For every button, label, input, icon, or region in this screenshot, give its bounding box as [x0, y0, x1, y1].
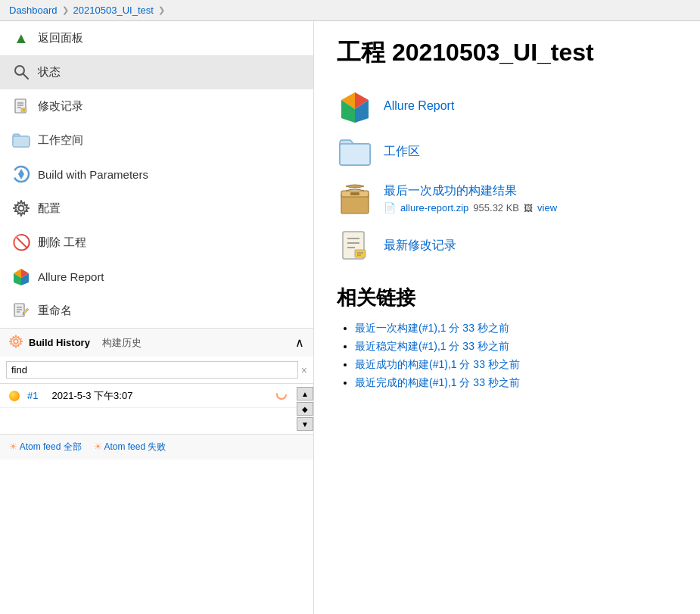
atom-icon-fail: ☀ — [94, 441, 102, 452]
build-history-header: Build History 构建历史 ∧ — [0, 328, 313, 357]
search-clear-button[interactable]: × — [301, 364, 307, 376]
svg-point-0 — [15, 66, 24, 75]
gear-sidebar-icon — [12, 199, 30, 217]
related-link-1[interactable]: 最近稳定构建(#1),1 分 33 秒之前 — [355, 340, 509, 352]
build-items-list: #1 2021-5-3 下午3:07 — [0, 384, 297, 434]
sidebar-item-workspace[interactable]: 工作空间 — [0, 123, 313, 157]
sidebar-item-build-params-label: Build with Parameters — [38, 168, 148, 181]
feature-changes-log: 最新修改记录 — [337, 227, 677, 263]
archive-file-link[interactable]: allure-report.zip — [400, 202, 468, 213]
atom-fail-link[interactable]: Atom feed 失败 — [104, 441, 166, 452]
scroll-up-button[interactable]: ▲ — [297, 387, 313, 401]
feature-allure-report: Allure Report — [337, 88, 677, 124]
list-item: 最近一次构建(#1),1 分 33 秒之前 — [355, 322, 677, 335]
related-link-0[interactable]: 最近一次构建(#1),1 分 33 秒之前 — [355, 322, 509, 334]
build-item: #1 2021-5-3 下午3:07 — [0, 384, 297, 408]
build-history-zh: 构建历史 — [102, 336, 142, 350]
breadcrumb-sep2: ❯ — [158, 5, 165, 15]
last-build-link[interactable]: 最后一次成功的构建结果 — [384, 183, 557, 199]
breadcrumb-dashboard[interactable]: Dashboard — [9, 5, 58, 16]
workspace-icon — [337, 133, 373, 170]
archive-thumbnail: 🖼 — [524, 203, 533, 213]
sidebar-footer: ☀ Atom feed 全部 ☀ Atom feed 失败 — [0, 434, 313, 460]
sidebar-item-rename-label: 重命名 — [38, 304, 72, 318]
sidebar-item-config[interactable]: 配置 — [0, 192, 313, 226]
sidebar-item-back[interactable]: ▲ 返回面板 — [0, 21, 313, 55]
related-links-title: 相关链接 — [337, 285, 677, 311]
related-links-list: 最近一次构建(#1),1 分 33 秒之前 最近稳定构建(#1),1 分 33 … — [337, 322, 677, 390]
scroll-arrows: ▲ ◆ ▼ — [297, 384, 313, 434]
build-search-input[interactable] — [6, 361, 298, 379]
archive-file-size: 955.32 KB — [473, 202, 519, 213]
folder-sidebar-icon — [12, 131, 30, 149]
archive-details: 最后一次成功的构建结果 📄 allure-report.zip 955.32 K… — [384, 183, 557, 213]
list-item: 最近稳定构建(#1),1 分 33 秒之前 — [355, 340, 677, 354]
sidebar-item-delete[interactable]: 🚫 删除 工程 — [0, 226, 313, 260]
allure-report-link[interactable]: Allure Report — [384, 99, 454, 113]
sidebar-item-status[interactable]: 状态 — [0, 55, 313, 89]
main-layout: ▲ 返回面板 状态 — [0, 21, 700, 614]
svg-marker-10 — [18, 169, 24, 179]
archive-icon — [337, 182, 373, 218]
sidebar-item-workspace-label: 工作空间 — [38, 133, 83, 148]
sidebar-item-changes-label: 修改记录 — [38, 99, 83, 114]
svg-point-18 — [277, 390, 286, 399]
sidebar-item-config-label: 配置 — [38, 201, 61, 216]
forbidden-icon: 🚫 — [12, 233, 30, 251]
collapse-button[interactable]: ∧ — [295, 335, 304, 350]
atom-icon-all: ☀ — [9, 441, 17, 452]
sidebar-item-delete-label: 删除 工程 — [38, 235, 86, 250]
related-link-3[interactable]: 最近完成的构建(#1),1 分 33 秒之前 — [355, 376, 520, 388]
svg-rect-22 — [350, 192, 359, 195]
atom-all-link[interactable]: Atom feed 全部 — [20, 441, 82, 452]
search-icon — [12, 63, 30, 81]
build-status-ball — [9, 391, 20, 401]
sidebar: ▲ 返回面板 状态 — [0, 21, 314, 614]
atom-feed-fail: ☀ Atom feed 失败 — [94, 441, 166, 453]
sidebar-item-status-label: 状态 — [38, 65, 61, 79]
notepad-changes-icon — [12, 97, 30, 115]
archive-view-link[interactable]: view — [537, 202, 557, 213]
breadcrumb-project[interactable]: 20210503_UI_test — [73, 5, 154, 16]
project-title: 工程 20210503_UI_test — [337, 36, 677, 70]
feature-workspace: 工作区 — [337, 133, 677, 170]
feature-last-build: 最后一次成功的构建结果 📄 allure-report.zip 955.32 K… — [337, 179, 677, 218]
content-area: 工程 20210503_UI_test Allure Report — [314, 21, 700, 614]
notepad-icon — [337, 227, 373, 263]
feature-list: Allure Report 工作区 — [337, 88, 677, 263]
file-icon: 📄 — [384, 202, 396, 213]
svg-rect-27 — [355, 250, 366, 257]
changes-log-link[interactable]: 最新修改记录 — [384, 238, 456, 254]
sidebar-item-allure-label: Allure Report — [38, 270, 104, 283]
atom-feed-all: ☀ Atom feed 全部 — [9, 441, 82, 453]
sidebar-item-changes[interactable]: 修改记录 — [0, 89, 313, 123]
build-search-bar: × — [0, 357, 313, 384]
related-link-2[interactable]: 最近成功的构建(#1),1 分 33 秒之前 — [355, 358, 520, 370]
scroll-middle-button[interactable]: ◆ — [297, 402, 313, 416]
sidebar-item-allure[interactable]: Allure Report — [0, 260, 313, 294]
allure-report-icon — [337, 88, 373, 124]
build-items-container: #1 2021-5-3 下午3:07 ▲ ◆ ▼ — [0, 384, 313, 434]
sidebar-item-build-params[interactable]: Build with Parameters — [0, 157, 313, 192]
top-bar: Dashboard ❯ 20210503_UI_test ❯ — [0, 0, 700, 21]
scroll-down-button[interactable]: ▼ — [297, 417, 313, 431]
svg-line-1 — [23, 74, 28, 79]
breadcrumb-sep1: ❯ — [62, 5, 69, 15]
build-item-date: 2021-5-3 下午3:07 — [51, 389, 268, 403]
sidebar-item-rename[interactable]: 重命名 — [0, 294, 313, 328]
rename-icon — [12, 301, 30, 319]
svg-rect-19 — [340, 144, 370, 165]
workspace-link[interactable]: 工作区 — [384, 144, 420, 160]
build-item-spinner — [275, 388, 288, 403]
svg-point-17 — [14, 339, 18, 344]
sidebar-item-back-label: 返回面板 — [38, 31, 83, 45]
build-item-id-link[interactable]: #1 — [27, 390, 38, 401]
build-history-title: Build History — [29, 337, 90, 348]
build-history-gear-icon — [9, 335, 23, 351]
build-cycle-icon — [12, 165, 30, 183]
related-links-section: 相关链接 最近一次构建(#1),1 分 33 秒之前 最近稳定构建(#1),1 … — [337, 285, 677, 390]
archive-sub: 📄 allure-report.zip 955.32 KB 🖼 view — [384, 202, 557, 213]
svg-rect-8 — [13, 136, 30, 147]
list-item: 最近完成的构建(#1),1 分 33 秒之前 — [355, 376, 677, 390]
svg-point-11 — [19, 206, 24, 211]
